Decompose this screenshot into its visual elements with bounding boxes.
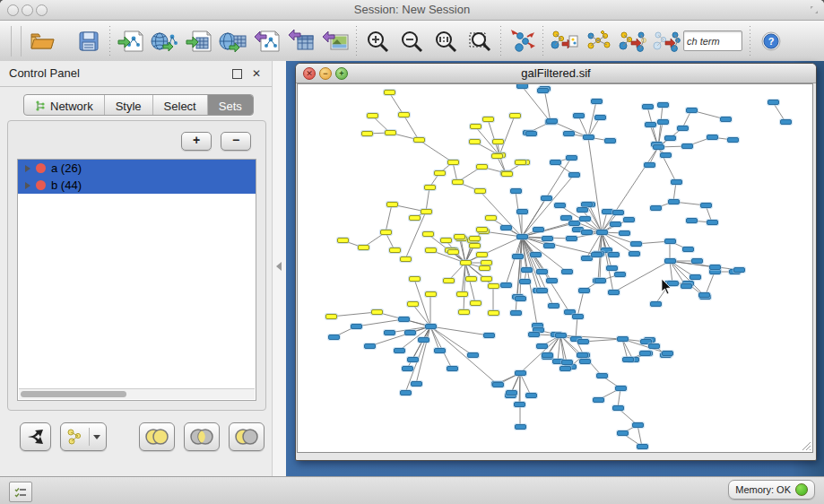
graph-node-blue[interactable]: [768, 100, 779, 105]
graph-node-blue[interactable]: [577, 352, 588, 358]
graph-node-blue[interactable]: [554, 203, 566, 208]
graph-node-blue[interactable]: [563, 131, 575, 136]
network-window-titlebar[interactable]: ✕ − + galFiltered.sif: [296, 64, 816, 83]
graph-node-yellow[interactable]: [400, 256, 412, 262]
graph-node-blue[interactable]: [720, 117, 732, 122]
graph-node-yellow[interactable]: [470, 124, 481, 129]
graph-node-blue[interactable]: [581, 230, 593, 235]
graph-node-blue[interactable]: [700, 203, 712, 208]
graph-node-blue[interactable]: [686, 108, 698, 113]
graph-node-blue[interactable]: [594, 278, 606, 283]
graph-node-blue[interactable]: [521, 267, 533, 273]
graph-node-blue[interactable]: [606, 265, 618, 271]
graph-node-yellow[interactable]: [367, 113, 378, 118]
graph-node-blue[interactable]: [510, 310, 522, 316]
graph-node-blue[interactable]: [525, 393, 537, 398]
graph-node-blue[interactable]: [650, 301, 662, 307]
graph-node-blue[interactable]: [559, 366, 571, 371]
split-set-button[interactable]: [20, 422, 51, 451]
graph-node-blue[interactable]: [384, 330, 395, 335]
graph-node-blue[interactable]: [568, 172, 580, 178]
graph-node-blue[interactable]: [591, 252, 603, 257]
graph-node-yellow[interactable]: [447, 249, 459, 255]
export-network-button[interactable]: [250, 24, 284, 58]
graph-node-blue[interactable]: [579, 359, 591, 364]
graph-node-yellow[interactable]: [358, 245, 369, 250]
graph-node-blue[interactable]: [650, 205, 662, 211]
graph-node-blue[interactable]: [577, 207, 588, 213]
collapse-panel-icon[interactable]: [276, 262, 282, 271]
graph-node-blue[interactable]: [657, 102, 669, 108]
graph-node-blue[interactable]: [637, 444, 648, 449]
graph-node-yellow[interactable]: [380, 230, 392, 235]
difference-sets-button[interactable]: [229, 422, 265, 451]
tab-style[interactable]: Style: [105, 95, 153, 115]
graph-node-blue[interactable]: [681, 283, 692, 289]
export-image-button[interactable]: [318, 24, 352, 58]
graph-node-blue[interactable]: [664, 258, 676, 264]
graph-node-blue[interactable]: [686, 218, 698, 223]
apply-layout-button[interactable]: [505, 24, 539, 58]
graph-node-blue[interactable]: [660, 152, 672, 158]
graph-node-blue[interactable]: [434, 348, 446, 353]
graph-node-blue[interactable]: [645, 122, 656, 127]
graph-node-blue[interactable]: [515, 424, 526, 430]
graph-node-blue[interactable]: [566, 155, 577, 161]
graph-node-blue[interactable]: [506, 390, 517, 395]
graph-node-yellow[interactable]: [398, 112, 410, 117]
graph-node-blue[interactable]: [682, 247, 694, 252]
graph-node-blue[interactable]: [591, 99, 603, 104]
zoom-selected-button[interactable]: [463, 24, 497, 58]
graph-node-blue[interactable]: [328, 335, 340, 340]
graph-node-blue[interactable]: [664, 239, 676, 244]
export-table-button[interactable]: [284, 24, 318, 58]
graph-node-yellow[interactable]: [465, 276, 477, 282]
graph-node-yellow[interactable]: [384, 90, 395, 95]
import-table-file-button[interactable]: [182, 24, 216, 58]
zoom-in-button[interactable]: [360, 24, 395, 58]
graph-node-blue[interactable]: [528, 332, 540, 337]
graph-node-yellow[interactable]: [409, 276, 421, 282]
graph-node-blue[interactable]: [548, 303, 559, 308]
graph-node-yellow[interactable]: [422, 231, 434, 237]
graph-node-blue[interactable]: [351, 324, 362, 329]
graph-node-blue[interactable]: [515, 370, 526, 376]
graph-node-blue[interactable]: [500, 225, 512, 230]
graph-node-blue[interactable]: [608, 290, 620, 295]
graph-node-blue[interactable]: [536, 288, 548, 293]
graph-node-blue[interactable]: [533, 227, 544, 232]
graph-node-blue[interactable]: [677, 126, 689, 131]
graph-node-blue[interactable]: [593, 397, 604, 403]
graph-node-blue[interactable]: [709, 265, 721, 270]
graph-node-yellow[interactable]: [443, 278, 455, 283]
create-set-from-network-button[interactable]: [60, 422, 108, 451]
import-network-web-button[interactable]: [148, 24, 182, 58]
graph-node-blue[interactable]: [561, 360, 573, 365]
graph-node-yellow[interactable]: [460, 260, 472, 265]
fullscreen-icon[interactable]: [810, 5, 819, 14]
import-table-web-button[interactable]: [216, 24, 250, 58]
graph-node-blue[interactable]: [550, 160, 561, 165]
graph-node-blue[interactable]: [577, 339, 589, 344]
dropdown-arrow-icon[interactable]: [93, 435, 100, 439]
graph-node-yellow[interactable]: [409, 215, 421, 221]
graph-node-blue[interactable]: [612, 210, 624, 215]
graph-node-yellow[interactable]: [458, 309, 470, 315]
graph-node-blue[interactable]: [630, 241, 642, 247]
float-panel-icon[interactable]: [230, 67, 243, 80]
graph-node-blue[interactable]: [671, 179, 682, 185]
graph-node-blue[interactable]: [573, 113, 585, 118]
graph-node-yellow[interactable]: [476, 227, 488, 232]
graph-node-blue[interactable]: [657, 119, 669, 125]
panel-splitter[interactable]: [272, 61, 287, 476]
memory-status-badge[interactable]: Memory: OK: [728, 480, 815, 500]
graph-node-blue[interactable]: [519, 279, 531, 284]
graph-node-blue[interactable]: [537, 88, 549, 93]
graph-node-blue[interactable]: [615, 386, 627, 391]
graph-node-yellow[interactable]: [469, 139, 481, 144]
graph-node-blue[interactable]: [614, 272, 626, 277]
graph-node-yellow[interactable]: [454, 234, 465, 239]
graph-node-blue[interactable]: [596, 230, 608, 235]
set-row[interactable]: b (44): [18, 177, 256, 194]
title-bar[interactable]: Session: New Session: [0, 0, 824, 21]
